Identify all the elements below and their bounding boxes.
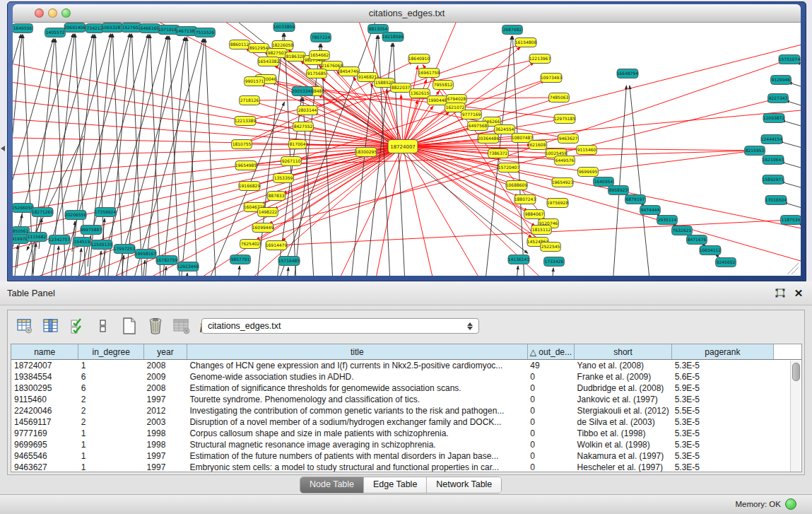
cell-year[interactable]: 2008 (144, 382, 187, 394)
column-header-name[interactable]: name (11, 344, 78, 360)
cell-name[interactable]: 9115460 (11, 394, 78, 405)
network-node[interactable]: 8912954 (249, 44, 269, 53)
network-node[interactable]: 16914479 (266, 241, 288, 250)
cell-short[interactable]: Nakamura et al. (1997) (575, 450, 672, 462)
create-column-button[interactable] (120, 315, 139, 337)
cell-year[interactable]: 1998 (144, 439, 187, 450)
network-node[interactable]: 1187534 (781, 216, 801, 225)
cell-name[interactable]: 19384554 (11, 371, 78, 382)
network-node[interactable]: 17359924 (95, 208, 117, 217)
cell-year[interactable]: 2012 (144, 405, 187, 416)
network-node[interactable]: 16543382 (258, 57, 280, 66)
network-node[interactable]: 12342757 (49, 235, 71, 245)
cell-in_degree[interactable]: 1 (78, 360, 144, 372)
network-node[interactable]: 9245652 (716, 258, 736, 267)
network-node[interactable]: 20053346 (292, 87, 314, 96)
network-node[interactable]: 6449576 (555, 156, 575, 165)
show-columns-button[interactable] (42, 315, 60, 337)
network-node[interactable]: 8471676 (687, 235, 707, 245)
table-mode-button[interactable] (16, 315, 34, 337)
cell-in_degree[interactable]: 1 (78, 450, 144, 462)
network-node[interactable]: 7955812 (433, 81, 454, 90)
network-node[interactable]: 9901571 (245, 77, 265, 86)
network-node[interactable]: 9175685 (307, 69, 327, 78)
network-node[interactable]: 17957253 (114, 245, 136, 254)
network-node[interactable]: 20364486 (478, 134, 500, 144)
network-node[interactable]: 3919978 (13, 235, 28, 244)
network-node[interactable]: 18640910 (408, 54, 430, 64)
network-node[interactable]: 9474444 (640, 206, 661, 215)
cell-short[interactable]: Franke et al. (2009) (575, 371, 672, 382)
tab-node-table[interactable]: Node Table (300, 477, 364, 493)
network-node[interactable]: 14136141 (508, 255, 530, 264)
cell-title[interactable]: Structural magnetic resonance image aver… (187, 439, 527, 450)
cell-pagerank[interactable]: 5.3E-5 (672, 394, 774, 405)
tab-network-table[interactable]: Network Table (427, 477, 501, 493)
network-node[interactable]: 2718126 (240, 96, 260, 105)
network-node[interactable]: 12213389 (235, 117, 257, 126)
network-node[interactable]: 8860112 (230, 40, 250, 49)
cell-short[interactable]: Wolkin et al. (1998) (575, 439, 672, 450)
cell-short[interactable]: Jankovic et al. (1997) (575, 394, 672, 405)
cell-short[interactable]: Tibbo et al. (1998) (575, 428, 672, 439)
cell-in_degree[interactable]: 1 (78, 462, 144, 472)
cell-year[interactable]: 2008 (144, 360, 187, 372)
cell-year[interactable]: 1998 (144, 428, 187, 439)
network-node[interactable]: 1115682 (27, 233, 47, 242)
network-node[interactable]: 19218596 (382, 33, 404, 42)
network-node[interactable]: 9777169 (461, 110, 482, 119)
table-scrollbar-thumb[interactable] (792, 363, 800, 381)
cell-pagerank[interactable]: 5.3E-5 (672, 462, 774, 472)
table-row[interactable]: 977716911998Corpus callosum shape and si… (11, 428, 801, 439)
network-node[interactable]: 1654662 (310, 51, 330, 60)
network-node[interactable]: 7386372 (488, 149, 509, 158)
cell-name[interactable]: 9699695 (11, 439, 78, 450)
column-header-pagerank[interactable]: pagerank (672, 344, 774, 360)
network-node[interactable]: 1649556 (13, 24, 33, 33)
network-node[interactable]: 7515526 (195, 28, 216, 37)
resize-grip-icon[interactable] (787, 263, 799, 274)
network-node[interactable]: 12975185 (554, 115, 576, 124)
cell-name[interactable]: 14569117 (11, 416, 78, 428)
cell-short[interactable]: Hescheler et al. (1997) (575, 462, 672, 472)
network-node[interactable]: 1498222 (258, 208, 278, 217)
table-row[interactable]: 1938455462009Genome-wide association stu… (11, 371, 801, 382)
cell-out_degree[interactable]: 0 (527, 394, 574, 405)
network-node[interactable]: 6466160 (140, 24, 160, 33)
network-node[interactable]: 2522545 (541, 243, 561, 252)
network-node[interactable]: 1733426 (544, 257, 565, 267)
cell-title[interactable]: Estimation of the future numbers of pati… (187, 450, 527, 462)
cell-pagerank[interactable]: 5.5E-5 (672, 405, 774, 416)
network-node[interactable]: 15751074 (779, 55, 801, 64)
network-node[interactable]: 12213967 (529, 54, 551, 64)
network-node[interactable]: 18807243 (514, 195, 536, 204)
selection-mode-button[interactable] (68, 315, 86, 337)
table-row[interactable]: 969969511998Structural magnetic resonanc… (11, 439, 801, 450)
node-table[interactable]: namein_degreeyeartitle△ out_de...shortpa… (11, 344, 802, 472)
network-node[interactable]: 19654923 (552, 178, 574, 187)
cell-out_degree[interactable]: 0 (527, 439, 574, 450)
table-selector-dropdown[interactable]: citations_edges.txt (201, 318, 479, 334)
network-node[interactable]: 1527602 (122, 23, 142, 33)
network-node[interactable]: 15716485 (278, 257, 300, 266)
network-node[interactable]: 15892971 (763, 175, 784, 185)
cell-short[interactable]: Stergiakouli et al. (2012) (575, 405, 672, 416)
network-node[interactable]: 887833 (267, 192, 285, 201)
network-node[interactable]: 10973493 (541, 74, 563, 83)
network-node[interactable]: 9267110 (281, 157, 302, 166)
cell-year[interactable]: 2009 (144, 371, 187, 382)
cell-title[interactable]: Investigating the contribution of common… (187, 405, 527, 416)
network-node[interactable]: 7632621 (672, 226, 693, 235)
network-node[interactable]: 20691406 (64, 23, 86, 33)
network-node[interactable]: 3624554 (495, 125, 515, 134)
network-node[interactable]: 16154808 (515, 38, 537, 47)
network-window-titlebar[interactable]: citations_edges.txt (13, 4, 801, 23)
network-node[interactable]: 16961758 (418, 69, 440, 78)
table-row[interactable]: 2242004622012Investigating the contribut… (11, 405, 801, 416)
tab-edge-table[interactable]: Edge Table (364, 477, 427, 493)
float-panel-icon[interactable] (774, 287, 787, 300)
network-node[interactable]: 10688609 (506, 181, 528, 190)
network-node[interactable]: 25266050 (13, 204, 33, 213)
network-node[interactable]: 14671388 (176, 27, 198, 36)
table-row[interactable]: 946554611997Estimation of the future num… (11, 450, 801, 462)
